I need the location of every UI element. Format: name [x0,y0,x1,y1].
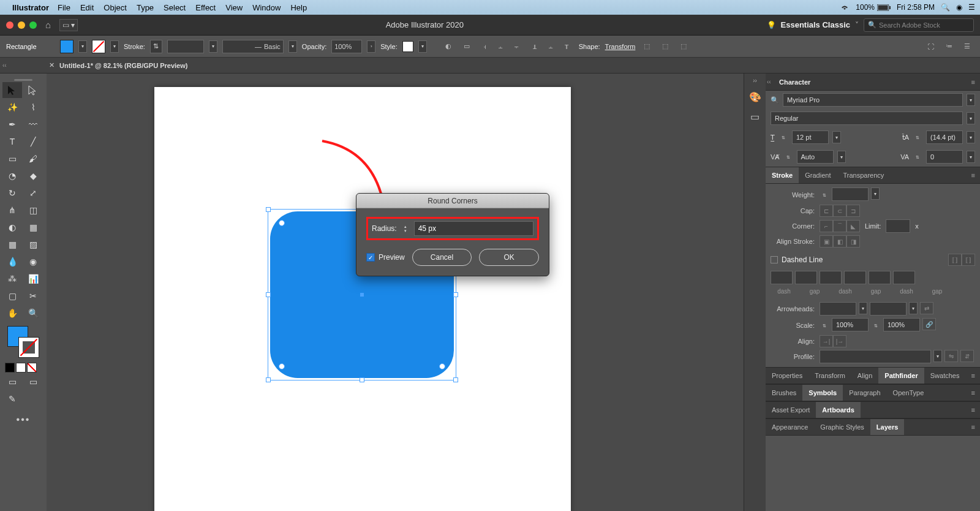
search-stock-input[interactable]: 🔍 Search Adobe Stock [864,18,974,32]
stroke-color[interactable] [18,337,39,358]
minimize-window-button[interactable] [18,21,25,29]
canvas[interactable]: Round Corners Radius: ▴▾ ✓ Preview Cance… [47,74,744,511]
tabs3-menu-icon[interactable]: ≡ [971,406,980,414]
cap-projecting-icon[interactable]: ⊐ [846,205,860,217]
resize-handle-l[interactable] [266,292,271,297]
opacity-dropdown[interactable]: › [367,40,375,53]
menu-edit[interactable]: Edit [80,3,94,12]
document-tab[interactable]: Untitled-1* @ 82.1% (RGB/GPU Preview) [59,62,187,69]
shape-builder-tool[interactable]: ◐ [2,219,22,235]
blend-tool[interactable]: ◉ [23,254,43,270]
flip-y-icon[interactable]: ⇵ [960,350,974,362]
align-left-icon[interactable]: ⫞ [478,40,492,53]
artboard-tool[interactable]: ▢ [2,288,22,304]
transform-link[interactable]: Transform [605,43,636,50]
magic-wand-tool[interactable]: ✨ [2,99,22,115]
tracking-spinner[interactable]: ⇅ [913,150,922,164]
workspace-label[interactable]: Essentials Classic [781,20,850,29]
fill-stroke-proxy[interactable] [7,326,39,358]
stroke-weight-field[interactable] [167,40,204,53]
stroke-weight-dropdown[interactable]: ▾ [209,40,217,53]
align-stroke-outside-icon[interactable]: ◨ [846,235,860,248]
weight-spinner[interactable]: ⇅ [820,187,829,202]
font-size-dropdown[interactable]: ▾ [832,131,841,143]
corner-bevel-icon[interactable]: ◣ [846,220,860,232]
battery-status[interactable]: 100% [856,3,891,12]
shaper-tool[interactable]: ◔ [2,168,22,184]
graph-tool[interactable]: 📊 [23,271,43,287]
align-center-h-icon[interactable]: ⫠ [494,40,508,53]
align-stroke-center-icon[interactable]: ▣ [820,235,833,248]
weight-field[interactable] [832,187,869,201]
wifi-icon[interactable] [840,4,850,11]
color-panel-icon[interactable]: 🎨 [748,90,762,104]
paintbrush-tool[interactable]: 🖌 [23,151,43,167]
resize-handle-b[interactable] [360,377,364,382]
leading-dropdown[interactable]: ▾ [967,131,975,143]
workspace-dropdown-icon[interactable]: ˅ [855,21,859,29]
slice-tool[interactable]: ✂ [23,288,43,304]
scale-end[interactable]: 100% [883,318,920,331]
mask-icon[interactable]: ⬚ [677,40,690,53]
brush-profile-dropdown[interactable]: ▾ [288,40,297,53]
tab-paragraph[interactable]: Paragraph [843,385,886,401]
document-setup-icon[interactable]: ▭ [460,40,473,53]
dash-preserve-icon[interactable]: ⟦⟧ [948,254,962,266]
center-point[interactable] [360,293,364,297]
arrow-end[interactable] [870,302,907,316]
mesh-tool[interactable]: ▦ [2,237,22,252]
style-swatch[interactable] [402,41,413,52]
tab-properties[interactable]: Properties [766,368,809,384]
selection-tool[interactable] [2,82,22,98]
tab-artboards[interactable]: Artboards [816,402,861,418]
screen-mode-normal[interactable]: ▭ [2,374,22,390]
dash3[interactable] [869,271,891,284]
panel-menu-icon[interactable]: ≡ [971,78,975,86]
resize-handle-br[interactable] [453,377,458,382]
fill-dropdown[interactable]: ▾ [78,40,87,53]
rectangle-tool[interactable]: ▭ [2,151,22,167]
gap1[interactable] [795,271,817,284]
menu-object[interactable]: Object [104,3,127,12]
arrow-align-extend-icon[interactable]: →| [820,335,833,347]
eyedropper-tool[interactable]: 💧 [2,254,22,270]
radius-spinner[interactable]: ▴▾ [401,221,410,236]
tab-transparency[interactable]: Transparency [837,167,890,183]
tracking-dropdown[interactable]: ▾ [967,151,975,163]
profile-field[interactable] [820,350,931,363]
menu-file[interactable]: File [58,3,70,12]
tab-gradient[interactable]: Gradient [799,167,837,183]
list-icon[interactable]: ≔ [942,40,956,53]
corner-round-icon[interactable]: ⌒ [833,220,846,232]
swap-arrows-icon[interactable]: ⇄ [920,302,933,314]
symbol-sprayer-tool[interactable]: ⁂ [2,271,22,287]
tab-appearance[interactable]: Appearance [766,419,814,435]
rotate-tool[interactable]: ↻ [2,185,22,201]
flip-x-icon[interactable]: ⇋ [944,350,958,362]
resize-handle-r[interactable] [453,292,458,297]
tracking-field[interactable]: 0 [926,150,963,164]
tab-brushes[interactable]: Brushes [766,385,802,401]
kerning-field[interactable]: Auto [797,150,834,164]
resize-handle-tl[interactable] [266,207,271,212]
spotlight-icon[interactable]: 🔍 [941,3,950,12]
home-icon[interactable]: ⌂ [45,20,51,30]
hand-tool[interactable]: ✋ [2,305,22,321]
font-family-field[interactable]: Myriad Pro [783,93,963,107]
arrow-start[interactable] [820,302,856,316]
leading-spinner[interactable]: ⇅ [913,130,922,145]
font-family-dropdown[interactable]: ▾ [967,94,975,106]
stroke-swatch[interactable] [92,40,105,53]
stroke-dropdown[interactable]: ▾ [110,40,119,53]
libraries-panel-icon[interactable]: ▭ [748,110,762,123]
scale-tool[interactable]: ⤢ [23,185,43,201]
collapse-tools-icon[interactable]: ‹‹ [2,62,7,69]
cap-butt-icon[interactable]: ⊏ [820,205,833,217]
tabs2-menu-icon[interactable]: ≡ [971,389,980,396]
collapse-panel-icon[interactable]: ‹‹ [767,78,771,85]
menu-help[interactable]: Help [290,3,307,12]
width-tool[interactable]: ⋔ [2,202,22,218]
tab-stroke[interactable]: Stroke [766,167,799,183]
crop-icon[interactable]: ⬚ [658,40,672,53]
zoom-tool[interactable]: 🔍 [23,305,43,321]
